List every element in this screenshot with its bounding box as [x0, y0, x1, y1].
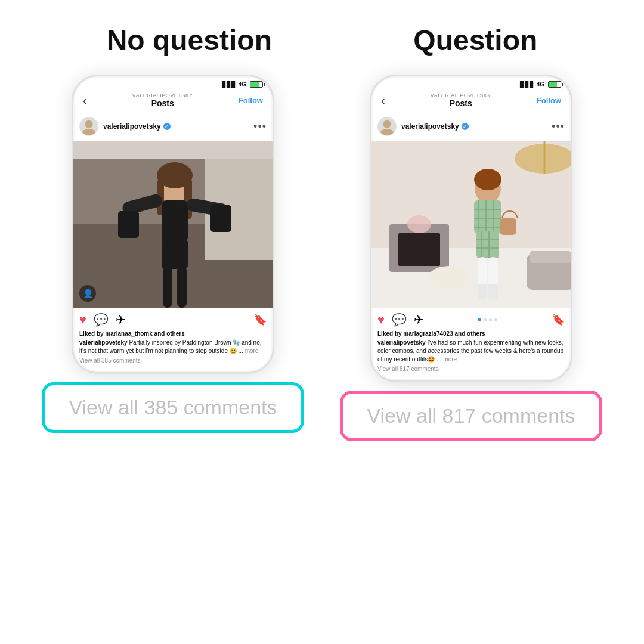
- svg-rect-48: [488, 284, 498, 299]
- svg-rect-15: [162, 239, 188, 269]
- right-status-bar: ▊▊▊ 4G: [371, 76, 571, 90]
- left-status-bar: ▊▊▊ 4G: [73, 76, 273, 90]
- svg-rect-5: [73, 141, 273, 159]
- svg-rect-16: [163, 266, 172, 308]
- right-nav-username: VALERIALIPOVETSKY: [431, 92, 491, 98]
- right-nav-bar: ‹ VALERIALIPOVETSKY Posts Follow: [371, 90, 571, 112]
- svg-rect-13: [118, 211, 139, 238]
- left-phone-wrapper: ▊▊▊ 4G ‹ VALERIALIPOVETSKY Posts Follow: [42, 75, 304, 433]
- right-carousel-dots: [478, 318, 497, 321]
- svg-point-29: [428, 266, 470, 290]
- svg-rect-47: [478, 284, 487, 299]
- right-comment-button[interactable]: 💬: [392, 312, 407, 327]
- svg-point-19: [380, 129, 394, 136]
- left-network-label: 4G: [239, 81, 246, 88]
- svg-rect-39: [476, 231, 499, 258]
- left-liked-by: Liked by marianaa_thomk and others: [79, 330, 267, 337]
- right-bookmark-button[interactable]: 🔖: [552, 313, 565, 326]
- right-battery-icon: [548, 81, 561, 88]
- svg-rect-44: [500, 218, 516, 235]
- svg-point-1: [82, 129, 96, 136]
- left-post-header: valerialipovetsky ✓ •••: [73, 112, 273, 141]
- right-actions-left: ♥ 💬 ✈: [377, 312, 424, 327]
- right-post-image: [371, 141, 571, 308]
- right-signal-icon: ▊▊▊: [520, 81, 534, 88]
- right-post-header: valerialipovetsky ✓ •••: [371, 112, 571, 141]
- svg-rect-17: [177, 266, 187, 308]
- svg-rect-25: [530, 251, 571, 263]
- left-nav-bar: ‹ VALERIALIPOVETSKY Posts Follow: [73, 90, 273, 112]
- left-nav-center: VALERIALIPOVETSKY Posts: [132, 92, 193, 108]
- left-post-actions: ♥ 💬 ✈ 🔖: [73, 308, 273, 329]
- left-share-button[interactable]: ✈: [116, 312, 126, 327]
- right-username-row: valerialipovetsky ✓: [401, 122, 469, 131]
- right-post-username: valerialipovetsky: [401, 122, 459, 131]
- left-user-overlay: 👤: [79, 285, 96, 302]
- left-status-right: ▊▊▊ 4G: [222, 81, 263, 88]
- right-title: Question: [413, 24, 537, 57]
- right-verified-badge: ✓: [462, 123, 469, 130]
- left-bookmark-button[interactable]: 🔖: [253, 313, 267, 326]
- left-signal-icon: ▊▊▊: [222, 81, 236, 88]
- right-view-comments[interactable]: View all 817 comments: [377, 366, 565, 372]
- right-post-content: Liked by mariagrazia74023 and others val…: [371, 329, 571, 376]
- left-post-username: valerialipovetsky: [103, 122, 161, 131]
- left-actions-left: ♥ 💬 ✈: [79, 312, 126, 327]
- left-heart-button[interactable]: ♥: [79, 313, 86, 327]
- left-post-image: 👤: [73, 141, 273, 308]
- right-avatar: [377, 117, 397, 136]
- left-back-button[interactable]: ‹: [83, 94, 87, 107]
- left-verified-badge: ✓: [163, 123, 171, 130]
- svg-rect-27: [398, 233, 440, 266]
- left-title: No question: [107, 24, 272, 57]
- right-back-button[interactable]: ‹: [381, 94, 385, 107]
- left-username-row: valerialipovetsky ✓: [103, 122, 171, 131]
- left-post-more[interactable]: •••: [253, 120, 267, 133]
- left-avatar: [79, 117, 98, 136]
- left-view-comments[interactable]: View all 385 comments: [79, 357, 267, 364]
- right-caption: valerialipovetsky I've had so much fun e…: [377, 339, 565, 364]
- dot-2: [484, 318, 487, 321]
- svg-rect-14: [210, 205, 231, 232]
- svg-point-28: [407, 215, 431, 233]
- right-phone-frame: ▊▊▊ 4G ‹ VALERIALIPOVETSKY Posts Follow: [370, 75, 572, 382]
- right-nav-center: VALERIALIPOVETSKY Posts: [431, 92, 491, 108]
- left-post-content: Liked by marianaa_thomk and others valer…: [73, 329, 273, 367]
- right-more-link[interactable]: more: [443, 356, 457, 363]
- dot-3: [489, 318, 492, 321]
- right-heart-button[interactable]: ♥: [377, 313, 385, 327]
- right-post-more[interactable]: •••: [552, 120, 565, 133]
- right-follow-button[interactable]: Follow: [537, 96, 561, 105]
- left-post-user: valerialipovetsky ✓: [79, 117, 171, 136]
- left-more-link[interactable]: more: [245, 348, 259, 354]
- left-phone-frame: ▊▊▊ 4G ‹ VALERIALIPOVETSKY Posts Follow: [72, 75, 274, 374]
- left-nav-title: Posts: [132, 98, 193, 108]
- right-post-actions: ♥ 💬 ✈ 🔖: [371, 308, 571, 329]
- svg-point-0: [85, 120, 92, 128]
- left-battery-icon: [250, 81, 263, 88]
- dot-1: [478, 318, 481, 321]
- right-status-right: ▊▊▊ 4G: [520, 81, 561, 88]
- right-highlight-box: View all 817 comments: [340, 391, 602, 441]
- right-post-user: valerialipovetsky ✓: [377, 117, 469, 136]
- right-nav-title: Posts: [431, 98, 491, 108]
- right-phone-wrapper: ▊▊▊ 4G ‹ VALERIALIPOVETSKY Posts Follow: [340, 75, 602, 441]
- right-share-button[interactable]: ✈: [414, 312, 424, 327]
- svg-rect-10: [162, 200, 188, 242]
- right-network-label: 4G: [537, 81, 544, 88]
- left-comment-button[interactable]: 💬: [94, 312, 109, 327]
- left-caption: valerialipovetsky Partially inspired by …: [79, 339, 267, 355]
- dot-4: [494, 318, 497, 321]
- left-follow-button[interactable]: Follow: [239, 96, 263, 105]
- svg-rect-32: [474, 200, 501, 233]
- right-liked-by: Liked by mariagrazia74023 and others: [377, 330, 565, 337]
- left-nav-username: VALERIALIPOVETSKY: [132, 92, 193, 98]
- svg-point-31: [474, 169, 501, 190]
- svg-point-18: [383, 120, 391, 128]
- left-highlight-box: View all 385 comments: [42, 382, 304, 433]
